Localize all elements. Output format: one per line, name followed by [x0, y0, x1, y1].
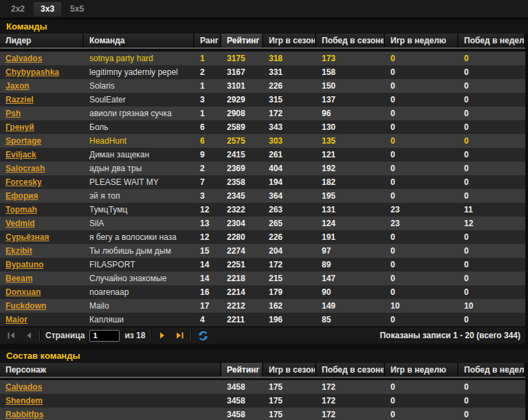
leader-link[interactable]: Eviljack	[6, 150, 36, 159]
teams-table-body: Calvados sotnya party hard 1 3175 318 17…	[0, 52, 525, 327]
team-name: адын два тры	[84, 162, 195, 175]
column-header-rank[interactable]: Ранг	[195, 34, 221, 47]
prev-page-icon	[25, 331, 32, 340]
games-season-value: 263	[263, 203, 316, 217]
roster-table-row[interactable]: Rabbitfps 3458 175 172 0 0	[0, 408, 525, 420]
team-table-row[interactable]: Chybypashka legitimny yaderniy pepel 2 3…	[0, 65, 525, 79]
column-header-wins-season[interactable]: Побед в сезоне	[316, 363, 385, 377]
team-table-row[interactable]: Beeam Случайно знакомые 14 2218 215 147 …	[0, 272, 525, 285]
refresh-button[interactable]	[197, 329, 209, 342]
pager-separator	[39, 330, 41, 341]
prev-page-button[interactable]	[22, 329, 34, 342]
tab-3x3[interactable]: 3x3	[34, 2, 61, 16]
leader-link[interactable]: Chybypashka	[6, 67, 59, 77]
tab-2x2[interactable]: 2x2	[4, 2, 32, 16]
team-table-row[interactable]: Сурьёзная я бегу а волосики наза 12 2280…	[0, 230, 525, 244]
leader-link[interactable]: Jaxon	[6, 81, 30, 91]
character-link[interactable]: Rabbitfps	[6, 410, 43, 419]
team-name: эй я топ	[84, 189, 195, 203]
wins-season-value: 172	[316, 380, 385, 394]
wins-week-value: 11	[459, 203, 525, 217]
team-table-row[interactable]: Calvados sotnya party hard 1 3175 318 17…	[0, 52, 525, 65]
team-table-row[interactable]: Гренуй Боль 6 2589 343 130 0 0	[0, 120, 525, 134]
leader-link[interactable]: Maior	[6, 315, 28, 324]
team-table-row[interactable]: Maior Капляши 4 2211 196 85 0 0	[0, 313, 525, 327]
column-header-games-season[interactable]: Игр в сезоне	[263, 34, 316, 47]
last-page-button[interactable]	[173, 329, 186, 342]
leader-link[interactable]: Razziel	[6, 95, 34, 104]
team-table-row[interactable]: Sportage HeadHunt 6 2575 303 135 0 0	[0, 134, 525, 148]
team-table-row[interactable]: Fuckdown Mailo 17 2212 162 149 10 10	[0, 299, 525, 313]
leader-link[interactable]: Fuckdown	[6, 301, 46, 311]
team-table-row[interactable]: Razziel SoulEater 3 2929 315 137 0 0	[0, 93, 525, 107]
column-header-rating-sorted[interactable]: Рейтинг▼	[221, 34, 263, 47]
team-table-row[interactable]: Ефория эй я топ 3 2345 364 195 0 0	[0, 189, 525, 203]
games-week-value: 0	[385, 230, 459, 244]
leader-link[interactable]: Donxuan	[6, 287, 41, 297]
games-week-value: 0	[385, 285, 459, 299]
rank-value: 15	[195, 244, 221, 258]
page-label: Страница	[45, 331, 85, 340]
column-header-wins-week[interactable]: Побед в неделю	[459, 363, 525, 377]
character-link[interactable]: Shendem	[6, 396, 43, 406]
column-header-character[interactable]: Персонаж	[0, 363, 221, 377]
rank-value: 2	[195, 65, 221, 79]
leader-link[interactable]: Forcesky	[6, 177, 42, 187]
wins-week-value: 0	[459, 394, 525, 408]
leader-link[interactable]: Beeam	[6, 274, 32, 283]
next-page-button[interactable]	[156, 329, 168, 342]
column-header-team[interactable]: Команда	[84, 34, 195, 47]
leader-link[interactable]: Сурьёзная	[6, 232, 49, 242]
next-page-icon	[159, 331, 166, 340]
wins-season-value: 182	[316, 175, 385, 189]
column-header-wins-season[interactable]: Побед в сезоне	[316, 34, 385, 47]
roster-table-row[interactable]: Calvados 3458 175 172 0 0	[0, 380, 525, 394]
games-season-value: 265	[263, 217, 316, 230]
leader-link[interactable]: Psh	[6, 109, 21, 118]
wins-week-value: 0	[459, 79, 525, 93]
roster-table-row[interactable]: Shendem 3458 175 172 0 0	[0, 394, 525, 408]
column-header-games-week[interactable]: Игр в неделю	[385, 34, 459, 47]
wins-season-value: 135	[316, 134, 385, 148]
wins-season-value: 147	[316, 272, 385, 285]
leader-link[interactable]: Ekzibit	[6, 246, 32, 256]
leader-link[interactable]: Ефория	[6, 191, 38, 201]
wins-season-value: 124	[316, 217, 385, 230]
games-season-value: 261	[263, 148, 316, 162]
rating-value: 2322	[221, 203, 263, 217]
wins-season-value: 97	[316, 244, 385, 258]
games-season-value: 226	[263, 230, 316, 244]
wins-season-value: 195	[316, 189, 385, 203]
column-header-games-week[interactable]: Игр в неделю	[385, 363, 459, 377]
rating-value: 2251	[221, 258, 263, 272]
team-table-row[interactable]: Eviljack Диман защекан 9 2415 261 121 0 …	[0, 148, 525, 162]
team-table-row[interactable]: Psh авиоли грязная сучка 1 2908 172 96 0…	[0, 107, 525, 120]
team-name: Mailo	[84, 299, 195, 313]
leader-link[interactable]: Vedmid	[6, 219, 35, 228]
column-header-leader[interactable]: Лидер	[0, 34, 84, 47]
team-table-row[interactable]: Topmah ТумцТумц 12 2322 263 131 23 11	[0, 203, 525, 217]
team-table-row[interactable]: Donxuan noarenaap 16 2214 179 90 0 0	[0, 285, 525, 299]
team-table-row[interactable]: Forcesky PLEASE WAIT MY 7 2358 194 182 0…	[0, 175, 525, 189]
tab-5x5[interactable]: 5x5	[63, 2, 91, 16]
column-header-rating-sorted[interactable]: Рейтинг▼	[221, 363, 263, 377]
team-table-row[interactable]: Bypatuno FILASPORT 14 2251 172 89 0 0	[0, 258, 525, 272]
team-table-row[interactable]: Vedmid SilA 13 2304 265 124 23 12	[0, 217, 525, 230]
leader-link[interactable]: Sportage	[6, 136, 41, 146]
teams-section-title: Команды	[0, 20, 528, 34]
first-page-button[interactable]	[5, 329, 17, 342]
leader-link[interactable]: Calvados	[6, 54, 42, 63]
team-table-row[interactable]: Ekzibit Ты любишь дым дым 15 2274 204 97…	[0, 244, 525, 258]
wins-week-value: 0	[459, 162, 525, 175]
character-link[interactable]: Calvados	[6, 382, 42, 392]
team-table-row[interactable]: Jaxon Solaris 1 3101 226 150 0 0	[0, 79, 525, 93]
page-number-input[interactable]	[89, 330, 120, 342]
column-header-games-season[interactable]: Игр в сезоне	[263, 363, 316, 377]
column-header-wins-week[interactable]: Побед в неделю	[459, 34, 525, 47]
leader-link[interactable]: Гренуй	[6, 122, 34, 132]
leader-link[interactable]: Salocrash	[6, 164, 45, 173]
leader-link[interactable]: Topmah	[6, 205, 37, 214]
team-table-row[interactable]: Salocrash адын два тры 2 2369 404 192 0 …	[0, 162, 525, 175]
leader-link[interactable]: Bypatuno	[6, 260, 43, 269]
rank-value: 13	[195, 217, 221, 230]
